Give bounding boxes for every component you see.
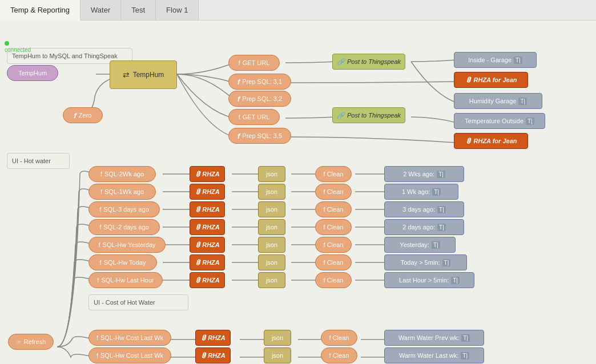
debug-icon-2: T|: [518, 98, 527, 105]
db-rhza-1wk[interactable]: 🛢 RHZA: [190, 184, 225, 200]
http-get-1[interactable]: f GET URL: [228, 55, 280, 71]
db-rhza-today[interactable]: 🛢 RHZA: [190, 254, 225, 270]
func-prep-sql-31[interactable]: f Prep SQL: 3,1: [228, 74, 291, 90]
func-icon-clean-cost-last: f: [329, 352, 331, 359]
func-icon-clean-2wk: f: [324, 171, 325, 177]
db-icon-2days: 🛢: [195, 224, 201, 230]
func-icon: f: [74, 111, 76, 120]
func-sql-last-hour[interactable]: f SQL-Hw Last Hour: [88, 272, 163, 288]
debug-icon-2days: T|: [437, 224, 446, 231]
func-clean-last-hour[interactable]: f Clean: [315, 272, 352, 288]
func-sql-cost-prevwk[interactable]: f SQL-Hw Cost Last Wk: [88, 330, 171, 346]
func-sql-3days[interactable]: f SQL-3 days ago: [88, 201, 160, 217]
debug-yesterday[interactable]: Yesterday: T|: [384, 237, 456, 253]
func-sql-yesterday[interactable]: f SQL-Hw Yesterday: [88, 237, 166, 253]
debug-cost-last[interactable]: Warm Water Last wk: T|: [384, 347, 484, 363]
func-icon-clean-cost-prev: f: [329, 334, 331, 341]
func-icon-sql31: f: [237, 78, 240, 86]
json-2wk[interactable]: json: [258, 166, 285, 182]
func-icon-clean-2days: f: [324, 224, 325, 230]
func-sql-1wk[interactable]: f SQL-1Wk ago: [88, 184, 156, 200]
db-rhza-jean-1[interactable]: 🛢 RHZA for Jean: [454, 72, 528, 88]
db-rhza-2wk[interactable]: 🛢 RHZA: [190, 166, 225, 182]
func-icon-yesterday: f: [99, 241, 100, 248]
func-icon-sql35: f: [237, 132, 240, 140]
json-3days[interactable]: json: [258, 201, 285, 217]
func-clean-2wk[interactable]: f Clean: [315, 166, 352, 182]
db-icon-2: 🛢: [465, 137, 472, 144]
debug-icon-cost-prev: T|: [461, 334, 470, 342]
json-last-hour[interactable]: json: [258, 272, 285, 288]
inject-temphum[interactable]: TempHum: [7, 65, 58, 81]
thingspeak-icon-1: 🔗: [337, 58, 345, 66]
connected-dot: [5, 41, 9, 46]
thingspeak-2[interactable]: 🔗 Post to Thingspeak: [332, 107, 405, 123]
func-sql-2wk[interactable]: f SQL-2Wk ago: [88, 166, 156, 182]
func-icon-cost-last: f: [96, 352, 98, 359]
debug-temp-outside[interactable]: Temperature Outside T|: [454, 113, 545, 129]
temphum-main-node[interactable]: ⇄ TempHum: [110, 60, 177, 89]
db-icon-3days: 🛢: [195, 206, 201, 213]
db-rhza-last-hour[interactable]: 🛢 RHZA: [190, 272, 225, 288]
debug-icon-yesterday: T|: [432, 241, 440, 249]
func-icon-2wk: f: [100, 171, 102, 177]
json-cost-last[interactable]: json: [264, 347, 291, 363]
func-clean-3days[interactable]: f Clean: [315, 201, 352, 217]
json-2days[interactable]: json: [258, 219, 285, 235]
debug-2wk[interactable]: 2 Wks ago: T|: [384, 166, 464, 182]
thingspeak-1[interactable]: 🔗 Post to Thingspeak: [332, 54, 405, 70]
db-rhza-cost-prev[interactable]: 🛢 RHZA: [195, 330, 231, 346]
func-sql-today[interactable]: f SQL-Hw Today: [88, 254, 157, 270]
func-icon-last-hour: f: [97, 277, 99, 284]
tab-test[interactable]: Test: [121, 0, 156, 20]
debug-3days[interactable]: 3 days ago: T|: [384, 201, 464, 217]
func-zero[interactable]: f Zero: [63, 107, 103, 123]
func-icon-get2: f: [239, 114, 240, 120]
debug-humidity-garage[interactable]: Humidity Garage T|: [454, 93, 542, 109]
func-clean-1wk[interactable]: f Clean: [315, 184, 352, 200]
func-icon-clean-yesterday: f: [324, 241, 325, 248]
db-rhza-3days[interactable]: 🛢 RHZA: [190, 201, 225, 217]
debug-icon-3days: T|: [437, 206, 446, 213]
func-clean-cost-last[interactable]: f Clean: [321, 347, 357, 363]
inject-refresh[interactable]: ☞ Refresh: [8, 334, 54, 350]
db-rhza-2days[interactable]: 🛢 RHZA: [190, 219, 225, 235]
thingspeak-icon-2: 🔗: [337, 112, 345, 119]
db-icon-last-hour: 🛢: [195, 277, 201, 284]
db-rhza-yesterday[interactable]: 🛢 RHZA: [190, 237, 225, 253]
http-get-2[interactable]: f GET URL: [228, 109, 280, 125]
func-clean-cost-prev[interactable]: f Clean: [321, 330, 357, 346]
func-prep-sql-32[interactable]: f Prep SQL: 3,2: [228, 91, 291, 107]
comment-ui-hot-water: UI - Hot water: [7, 153, 70, 169]
func-sql-2days[interactable]: f SQL-2 days ago: [88, 219, 160, 235]
json-yesterday[interactable]: json: [258, 237, 285, 253]
json-1wk[interactable]: json: [258, 184, 285, 200]
func-clean-yesterday[interactable]: f Clean: [315, 237, 352, 253]
debug-inside-garage[interactable]: Inside - Garage T|: [454, 52, 537, 68]
tab-water[interactable]: Water: [80, 0, 121, 20]
json-cost-prev[interactable]: json: [264, 330, 291, 346]
debug-last-hour[interactable]: Last Hour > 5min: T|: [384, 272, 474, 288]
func-sql-cost-lastwk[interactable]: f SQL-Hw Cost Last Wk: [88, 347, 171, 363]
debug-icon-today: T|: [442, 259, 451, 266]
func-clean-2days[interactable]: f Clean: [315, 219, 352, 235]
debug-1wk[interactable]: 1 Wk ago: T|: [384, 184, 458, 200]
tab-temp-reporting[interactable]: Temp & Reporting: [0, 0, 80, 21]
func-icon-today: f: [100, 259, 102, 266]
func-prep-sql-35[interactable]: f Prep SQL: 3,5: [228, 128, 291, 144]
debug-cost-prev[interactable]: Warm Water Prev wk: T|: [384, 330, 484, 346]
tab-flow1[interactable]: Flow 1: [156, 0, 199, 20]
db-icon-2wk: 🛢: [195, 171, 201, 177]
func-icon-clean-last-hour: f: [324, 277, 325, 284]
db-icon-today: 🛢: [195, 259, 201, 266]
db-rhza-cost-last[interactable]: 🛢 RHZA: [195, 347, 231, 363]
debug-today[interactable]: Today > 5min: T|: [384, 254, 467, 270]
db-rhza-jean-2[interactable]: 🛢 RHZA for Jean: [454, 133, 528, 149]
debug-2days[interactable]: 2 days ago: T|: [384, 219, 464, 235]
db-icon-1: 🛢: [465, 76, 472, 83]
json-today[interactable]: json: [258, 254, 285, 270]
db-icon-yesterday: 🛢: [195, 241, 201, 248]
func-clean-today[interactable]: f Clean: [315, 254, 352, 270]
func-icon-get1: f: [239, 59, 240, 66]
canvas: TempHum to MySQL and ThingSpeak TempHum …: [0, 21, 596, 364]
